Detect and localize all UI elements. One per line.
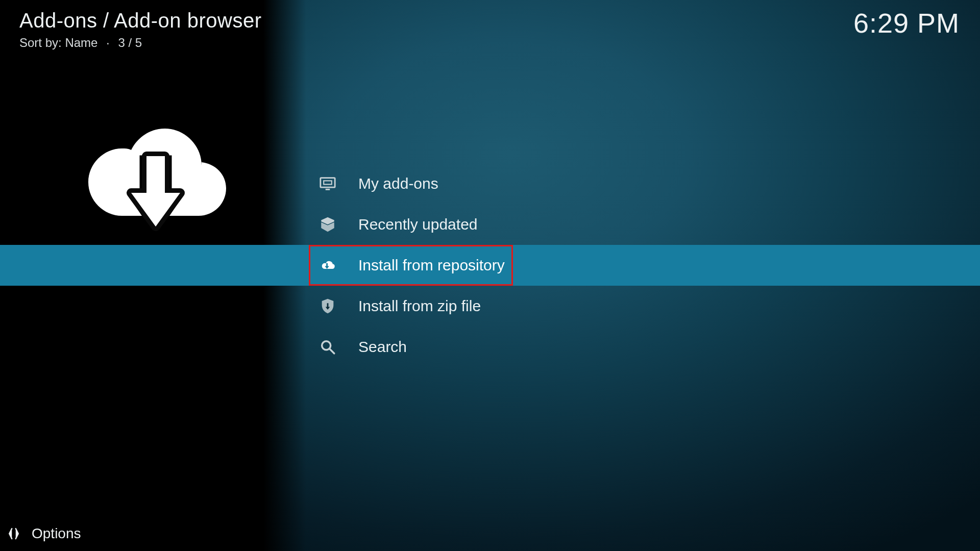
open-box-icon [317,214,338,235]
menu-item-label: Recently updated [358,216,478,233]
svg-line-6 [330,349,334,354]
sort-separator: · [106,36,110,49]
search-icon [317,337,338,357]
cloud-download-icon [317,255,338,276]
menu-item-label: Search [358,338,407,356]
svg-rect-3 [326,189,330,190]
sort-line: Sort by: Name · 3 / 5 [19,36,142,50]
options-icon [6,526,21,541]
breadcrumb: Add-ons / Add-on browser [19,9,261,32]
menu-item-search[interactable]: Search [0,327,980,367]
menu-item-my-addons[interactable]: My add-ons [0,163,980,204]
clock: 6:29 PM [853,7,960,39]
menu-item-install-from-repository[interactable]: Install from repository [0,245,980,286]
options-button[interactable]: Options [6,525,81,542]
menu-item-label: Install from zip file [358,297,481,315]
monitor-icon [317,173,338,194]
menu-item-install-from-zip[interactable]: Install from zip file [0,286,980,327]
shield-download-icon [317,296,338,316]
options-label: Options [32,525,81,542]
menu-list: My add-ons Recently updated Install from… [0,163,980,367]
menu-item-label: My add-ons [358,175,438,192]
menu-item-recently-updated[interactable]: Recently updated [0,204,980,245]
sort-value: Name [65,36,97,49]
menu-item-label: Install from repository [358,257,505,274]
sort-prefix: Sort by: [19,36,62,49]
list-position: 3 / 5 [118,36,142,49]
